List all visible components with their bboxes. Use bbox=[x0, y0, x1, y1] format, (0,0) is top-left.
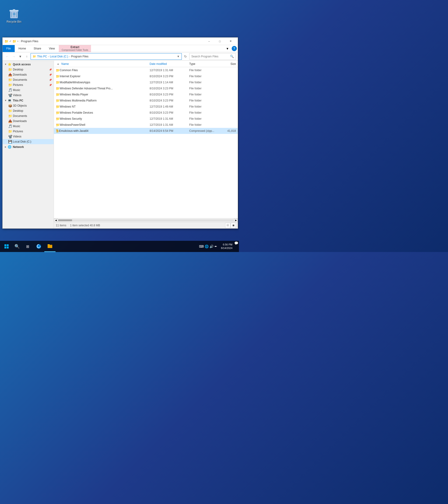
tab-file[interactable]: File bbox=[2, 45, 15, 52]
volume-icon[interactable]: 🔊 bbox=[210, 245, 214, 248]
folder-icon: 📁 bbox=[56, 68, 60, 72]
col-header-name[interactable]: Name bbox=[60, 62, 150, 66]
sidebar-item-pictures[interactable]: 📁 Pictures bbox=[2, 129, 54, 134]
sidebar-item-videos-qa[interactable]: 📽️ Videos bbox=[2, 93, 54, 98]
file-row[interactable]: 📁 Windows Multimedia Platform 8/10/2024 … bbox=[54, 98, 238, 104]
sidebar-item-desktop[interactable]: 📁 Desktop bbox=[2, 108, 54, 113]
folder-icon-2: 📁 bbox=[8, 78, 12, 82]
refresh-button[interactable]: ↻ bbox=[183, 54, 188, 59]
breadcrumb-this-pc[interactable]: This PC bbox=[37, 55, 47, 58]
taskbar-search-btn[interactable]: 🔍 bbox=[12, 241, 22, 252]
sidebar-this-pc[interactable]: ▼ 💻 This PC bbox=[2, 98, 54, 103]
recent-locations-button[interactable]: ▼ bbox=[18, 54, 23, 59]
file-name: Windows Media Player bbox=[60, 93, 150, 96]
file-type: File folder bbox=[189, 81, 220, 84]
ribbon: File Home Share View Extract Compressed … bbox=[2, 45, 238, 52]
address-bar: ← → ▼ ↑ 📁 This PC › Local Disk (C:) › Pr… bbox=[2, 52, 238, 61]
tab-home[interactable]: Home bbox=[15, 45, 30, 52]
file-row[interactable]: 🗜 Emulicious-with-Java64 8/14/2024 6:54 … bbox=[54, 128, 238, 134]
close-button[interactable]: ✕ bbox=[225, 37, 236, 45]
folder-icon: 📁 bbox=[56, 123, 60, 127]
pin-icon: 📌 bbox=[49, 68, 52, 71]
task-view-btn[interactable]: ⊞ bbox=[22, 241, 33, 252]
taskbar-clock[interactable]: 6:56 PM 8/14/2024 bbox=[219, 243, 234, 250]
breadcrumb-local-disk[interactable]: Local Disk (C:) bbox=[50, 55, 68, 58]
notification-btn[interactable]: 💬 bbox=[234, 241, 238, 252]
start-button[interactable] bbox=[1, 241, 12, 252]
sidebar-item-videos[interactable]: 📽️ Videos bbox=[2, 134, 54, 139]
file-row[interactable]: 📁 Windows Portable Devices 8/10/2024 3:2… bbox=[54, 110, 238, 116]
sidebar-item-3d-objects[interactable]: 📦 3D Objects bbox=[2, 103, 54, 108]
this-pc-chevron: ▼ bbox=[4, 99, 7, 102]
file-row[interactable]: 📁 Internet Explorer 8/10/2024 3:23 PM Fi… bbox=[54, 73, 238, 79]
breadcrumb-dropdown[interactable]: ▼ bbox=[177, 55, 180, 58]
ribbon-tabs: File Home Share View Extract Compressed … bbox=[2, 45, 238, 52]
file-row[interactable]: 📁 WindowsPowerShell 12/7/2019 1:31 AM Fi… bbox=[54, 122, 238, 128]
clock-time: 6:56 PM bbox=[221, 243, 233, 246]
scroll-thumb[interactable] bbox=[58, 219, 72, 221]
folder-icon-3: 📁 bbox=[8, 83, 12, 87]
main-area: ▼ ⭐ Quick access 📁 Desktop 📌 📥 Downloads… bbox=[2, 61, 238, 228]
tab-share[interactable]: Share bbox=[30, 45, 45, 52]
search-input[interactable] bbox=[191, 55, 230, 58]
svg-rect-3 bbox=[16, 12, 17, 17]
sidebar-item-documents-qa[interactable]: 📁 Documents 📌 bbox=[2, 77, 54, 82]
file-name: Emulicious-with-Java64 bbox=[59, 129, 150, 132]
tab-extract-section[interactable]: Extract Compressed Folder Tools bbox=[59, 45, 91, 52]
minimize-button[interactable]: − bbox=[204, 37, 215, 45]
pin-icon-3: 📌 bbox=[49, 79, 52, 81]
file-row[interactable]: 📁 Windows Media Player 8/10/2024 3:23 PM… bbox=[54, 91, 238, 98]
sidebar-item-music-qa[interactable]: 🎵 Music bbox=[2, 88, 54, 93]
svg-rect-8 bbox=[48, 245, 52, 248]
scroll-right-btn[interactable]: ▶ bbox=[234, 218, 238, 222]
edge-browser-btn[interactable] bbox=[33, 241, 44, 252]
sidebar-item-local-disk[interactable]: 💾 Local Disk (C:) bbox=[2, 139, 54, 144]
sidebar-item-music[interactable]: 🎵 Music bbox=[2, 124, 54, 129]
col-header-type[interactable]: Type bbox=[189, 62, 220, 66]
file-name: Internet Explorer bbox=[60, 75, 150, 78]
search-bar: 🔍 bbox=[189, 53, 236, 60]
scroll-track[interactable] bbox=[58, 219, 233, 221]
sidebar-item-documents[interactable]: 📁 Documents bbox=[2, 113, 54, 119]
file-row[interactable]: 📁 ModifiableWindowsApps 12/7/2019 1:14 A… bbox=[54, 79, 238, 85]
file-row[interactable]: 📁 Windows Defender Advanced Threat Pro..… bbox=[54, 85, 238, 91]
file-row[interactable]: 📁 Windows Security 12/7/2019 1:31 AM Fil… bbox=[54, 116, 238, 122]
horizontal-scrollbar[interactable]: ◀ ▶ bbox=[54, 218, 238, 222]
file-type: File folder bbox=[189, 87, 220, 90]
help-button[interactable]: ? bbox=[232, 46, 237, 51]
col-header-size[interactable]: Size bbox=[220, 62, 236, 66]
up-button[interactable]: ↑ bbox=[24, 54, 30, 59]
file-date: 8/10/2024 3:23 PM bbox=[150, 93, 189, 96]
sidebar-item-pictures-qa[interactable]: 📁 Pictures 📌 bbox=[2, 82, 54, 88]
sidebar-item-downloads[interactable]: 📥 Downloads bbox=[2, 119, 54, 124]
sidebar-item-desktop-qa[interactable]: 📁 Desktop 📌 bbox=[2, 67, 54, 72]
tab-view[interactable]: View bbox=[45, 45, 59, 52]
scroll-left-btn[interactable]: ◀ bbox=[54, 218, 58, 222]
col-header-date[interactable]: Date modified bbox=[150, 62, 189, 66]
file-row[interactable]: 📁 Common Files 12/7/2019 1:31 AM File fo… bbox=[54, 67, 238, 73]
sidebar-quick-access[interactable]: ▼ ⭐ Quick access bbox=[2, 62, 54, 67]
details-view-btn[interactable]: ☷ bbox=[225, 223, 230, 228]
recycle-bin-icon[interactable]: ♻ Recycle Bin bbox=[5, 7, 23, 23]
window-controls: − □ ✕ bbox=[204, 37, 236, 45]
pen-icon[interactable]: ✒ bbox=[215, 245, 217, 248]
file-date: 8/10/2024 3:23 PM bbox=[150, 99, 189, 102]
sidebar-network[interactable]: ► 🌐 Network bbox=[2, 144, 54, 150]
windows-logo bbox=[4, 244, 9, 249]
file-row[interactable]: 📁 Windows NT 12/7/2019 1:49 AM File fold… bbox=[54, 104, 238, 110]
back-button[interactable]: ← bbox=[4, 54, 10, 59]
svg-rect-1 bbox=[11, 12, 12, 17]
large-icons-btn[interactable]: ◼ bbox=[231, 223, 236, 228]
maximize-button[interactable]: □ bbox=[215, 37, 225, 45]
sidebar-item-downloads-qa[interactable]: 📥 Downloads 📌 bbox=[2, 72, 54, 77]
selected-info: 1 item selected 40.8 MB bbox=[70, 224, 100, 227]
network-tray-icon[interactable]: 🌐 bbox=[205, 245, 209, 248]
file-date: 12/7/2019 1:14 AM bbox=[150, 81, 189, 84]
file-type: File folder bbox=[189, 93, 220, 96]
ribbon-collapse-btn[interactable]: ▼ bbox=[224, 45, 231, 52]
file-explorer-taskbar-btn[interactable] bbox=[44, 241, 55, 252]
folder-icon: 📁 bbox=[56, 99, 60, 102]
file-type: File folder bbox=[189, 111, 220, 114]
forward-button[interactable]: → bbox=[11, 54, 17, 59]
keyboard-icon[interactable]: ⌨ bbox=[199, 245, 204, 248]
